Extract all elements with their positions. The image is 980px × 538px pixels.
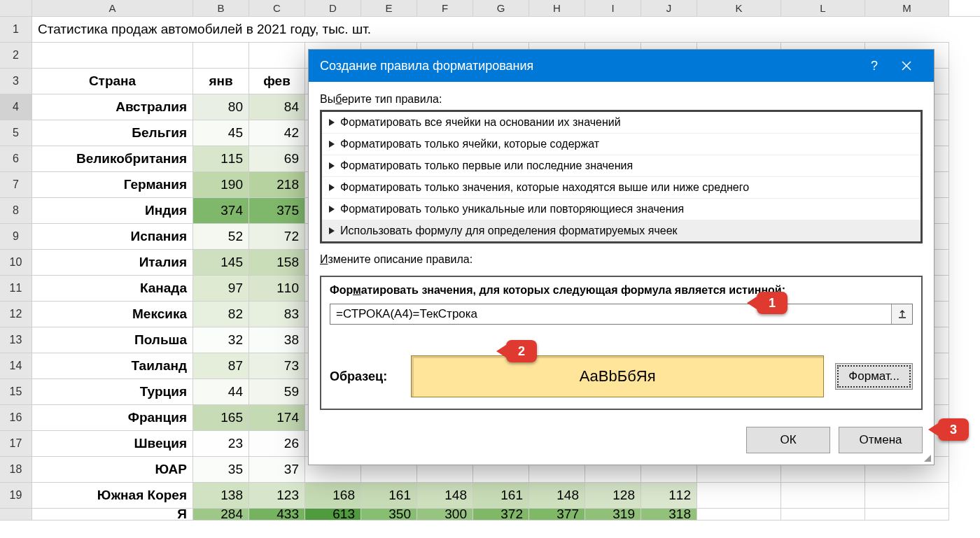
cell-value[interactable]: 372 xyxy=(473,509,529,521)
col-header-C[interactable]: C xyxy=(249,0,305,16)
cell[interactable] xyxy=(781,509,865,521)
row-header[interactable]: 15 xyxy=(0,379,32,405)
cell-value[interactable]: 128 xyxy=(585,483,641,509)
cell-value[interactable]: 87 xyxy=(193,353,249,379)
cell-country[interactable]: Польша xyxy=(32,327,193,353)
cell-value[interactable]: 80 xyxy=(193,94,249,120)
cell-value[interactable]: 83 xyxy=(249,302,305,327)
cell-value[interactable]: 115 xyxy=(193,146,249,172)
row-header[interactable]: 10 xyxy=(0,250,32,276)
col-header-M[interactable]: M xyxy=(865,0,949,16)
cell-value[interactable]: 35 xyxy=(193,457,249,483)
col-header-H[interactable]: H xyxy=(529,0,585,16)
cell-value[interactable]: 52 xyxy=(193,224,249,250)
cell[interactable] xyxy=(697,509,781,521)
rule-type-item[interactable]: Форматировать только первые или последни… xyxy=(322,155,920,176)
cell[interactable] xyxy=(32,43,193,69)
row-header[interactable] xyxy=(0,509,32,521)
col-header-A[interactable]: A xyxy=(32,0,193,16)
sheet-title[interactable]: Статистика продаж автомобилей в 2021 год… xyxy=(32,17,949,43)
rule-type-item[interactable]: Использовать формулу для определения фор… xyxy=(322,220,920,241)
cell-country[interactable]: Франция xyxy=(32,405,193,431)
cell-country[interactable]: Таиланд xyxy=(32,353,193,379)
cell-value[interactable]: 123 xyxy=(249,483,305,509)
row-header[interactable]: 9 xyxy=(0,224,32,250)
ok-button[interactable]: ОК xyxy=(746,427,830,453)
row-header[interactable]: 5 xyxy=(0,120,32,146)
cell-value[interactable]: 161 xyxy=(361,483,417,509)
col-header-I[interactable]: I xyxy=(585,0,641,16)
header-month[interactable]: янв xyxy=(193,69,249,94)
col-header-K[interactable]: K xyxy=(697,0,781,16)
row-header[interactable]: 14 xyxy=(0,353,32,379)
row-header[interactable]: 2 xyxy=(0,43,32,69)
cell-value[interactable]: 148 xyxy=(529,483,585,509)
cell-value[interactable]: 44 xyxy=(193,379,249,405)
rule-type-item[interactable]: Форматировать только ячейки, которые сод… xyxy=(322,133,920,155)
cell-value[interactable]: 45 xyxy=(193,120,249,146)
cell-value[interactable]: 38 xyxy=(249,327,305,353)
col-header-D[interactable]: D xyxy=(305,0,361,16)
cell-country[interactable]: Испания xyxy=(32,224,193,250)
col-header-B[interactable]: B xyxy=(193,0,249,16)
select-all-corner[interactable] xyxy=(0,0,32,16)
cell-country[interactable]: Бельгия xyxy=(32,120,193,146)
cell[interactable] xyxy=(697,483,781,509)
cell-value[interactable]: 319 xyxy=(585,509,641,521)
col-header-J[interactable]: J xyxy=(641,0,697,16)
rule-type-item[interactable]: Форматировать все ячейки на основании их… xyxy=(322,112,920,133)
row-header[interactable]: 11 xyxy=(0,276,32,302)
cell-value[interactable]: 59 xyxy=(249,379,305,405)
row-header[interactable]: 18 xyxy=(0,457,32,483)
row-header[interactable]: 3 xyxy=(0,69,32,94)
cell-value[interactable]: 97 xyxy=(193,276,249,302)
header-month[interactable]: фев xyxy=(249,69,305,94)
cell-country[interactable]: Канада xyxy=(32,276,193,302)
cell-value[interactable]: 138 xyxy=(193,483,249,509)
cell-value[interactable]: 73 xyxy=(249,353,305,379)
cell-value[interactable]: 110 xyxy=(249,276,305,302)
row-header[interactable]: 16 xyxy=(0,405,32,431)
range-picker-button[interactable] xyxy=(891,304,912,324)
row-header[interactable]: 19 xyxy=(0,483,32,509)
cell-country[interactable]: Южная Корея xyxy=(32,483,193,509)
cell-value[interactable]: 318 xyxy=(641,509,697,521)
cell-value[interactable]: 145 xyxy=(193,250,249,276)
cell-value[interactable]: 161 xyxy=(473,483,529,509)
cell-value[interactable]: 284 xyxy=(193,509,249,521)
cell-value[interactable]: 82 xyxy=(193,302,249,327)
col-header-E[interactable]: E xyxy=(361,0,417,16)
help-button[interactable]: ? xyxy=(858,50,890,82)
cell-value[interactable]: 26 xyxy=(249,431,305,457)
cell-value[interactable]: 23 xyxy=(193,431,249,457)
cell-country[interactable]: Германия xyxy=(32,172,193,198)
cell-value[interactable]: 148 xyxy=(417,483,473,509)
header-country[interactable]: Страна xyxy=(32,69,193,94)
rule-type-list[interactable]: Форматировать все ячейки на основании их… xyxy=(320,110,923,243)
cell-value[interactable]: 433 xyxy=(249,509,305,521)
cell-value[interactable]: 112 xyxy=(641,483,697,509)
cell-country[interactable]: Австралия xyxy=(32,94,193,120)
cell-value[interactable]: 375 xyxy=(249,198,305,224)
cell[interactable] xyxy=(865,483,949,509)
cancel-button[interactable]: Отмена xyxy=(839,427,923,453)
format-button[interactable]: Формат... xyxy=(835,363,913,390)
cell-value[interactable]: 174 xyxy=(249,405,305,431)
cell-value[interactable]: 190 xyxy=(193,172,249,198)
cell-value[interactable]: 69 xyxy=(249,146,305,172)
dialog-titlebar[interactable]: Создание правила форматирования ? xyxy=(309,50,934,82)
close-button[interactable] xyxy=(890,50,923,82)
cell-value[interactable]: 158 xyxy=(249,250,305,276)
cell-country[interactable]: Я xyxy=(32,509,193,521)
cell-value[interactable]: 168 xyxy=(305,483,361,509)
col-header-G[interactable]: G xyxy=(473,0,529,16)
cell[interactable] xyxy=(865,509,949,521)
row-header[interactable]: 7 xyxy=(0,172,32,198)
cell-value[interactable]: 613 xyxy=(305,509,361,521)
cell-country[interactable]: ЮАР xyxy=(32,457,193,483)
rule-type-item[interactable]: Форматировать только уникальные или повт… xyxy=(322,198,920,220)
cell[interactable] xyxy=(249,43,305,69)
cell-value[interactable]: 374 xyxy=(193,198,249,224)
col-header-L[interactable]: L xyxy=(781,0,865,16)
cell[interactable] xyxy=(781,483,865,509)
